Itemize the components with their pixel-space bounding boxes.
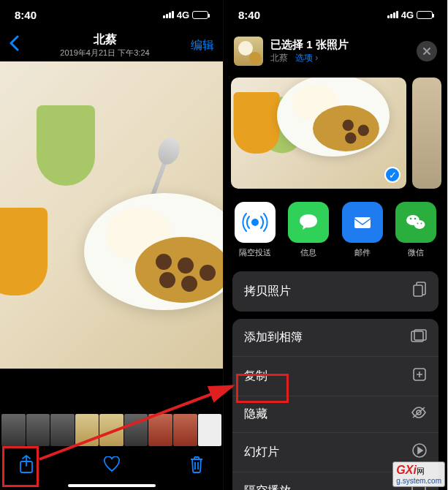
trash-icon[interactable] [189, 456, 204, 478]
svg-point-6 [414, 218, 417, 220]
heart-icon[interactable] [103, 456, 121, 477]
svg-point-1 [252, 219, 258, 225]
action-copy-photo[interactable]: 拷贝照片 [232, 271, 438, 312]
airdrop-icon [235, 202, 276, 243]
preview-thumb-selected[interactable]: ✓ [231, 78, 406, 189]
share-title: 已选择 1 张照片 [270, 38, 409, 52]
svg-point-8 [421, 223, 422, 225]
network-label: 4G [401, 10, 414, 20]
app-wechat[interactable]: 微信 [392, 202, 439, 258]
battery-icon [417, 11, 433, 19]
thumb-item[interactable] [50, 414, 75, 446]
nav-subtitle: 2019年4月21日 下午3:24 [19, 48, 191, 59]
nav-title-area: 北蔡 2019年4月21日 下午3:24 [19, 32, 191, 59]
app-label: 信息 [285, 247, 332, 258]
status-bar: 8:40 4G [224, 0, 447, 29]
signal-icon [387, 11, 398, 18]
app-mail[interactable]: 邮件 [339, 202, 386, 258]
thumb-item[interactable] [1, 414, 26, 446]
action-add-to-album[interactable]: 添加到相簿 [232, 319, 438, 357]
battery-icon [192, 11, 208, 19]
annotation-box-share [2, 446, 39, 487]
preview-thumb-next[interactable] [412, 78, 441, 189]
hide-icon [411, 407, 427, 422]
app-messages[interactable]: 信息 [285, 202, 332, 258]
thumb-item[interactable] [99, 414, 124, 446]
app-airdrop[interactable]: 隔空投送 [232, 202, 278, 258]
selected-check-icon: ✓ [384, 167, 400, 183]
play-icon [412, 443, 427, 461]
share-album-label: 北蔡 [270, 53, 288, 63]
back-button[interactable] [9, 35, 19, 56]
add-album-icon [411, 329, 427, 346]
status-time: 8:40 [15, 9, 37, 21]
wechat-icon [395, 202, 436, 243]
action-label: 拷贝照片 [244, 284, 291, 299]
status-time: 8:40 [238, 9, 260, 21]
messages-icon [288, 202, 329, 243]
thumb-item[interactable] [124, 414, 148, 446]
action-list-1: 拷贝照片 [232, 271, 438, 312]
action-label: 幻灯片 [244, 445, 279, 460]
status-right: 4G [387, 10, 433, 20]
share-options-button[interactable]: 选项 › [295, 53, 318, 63]
svg-rect-2 [354, 217, 371, 228]
thumb-item[interactable] [75, 414, 99, 446]
status-bar: 8:40 4G [0, 0, 223, 29]
main-photo[interactable] [0, 61, 223, 369]
action-label: 隔空播放 [244, 483, 291, 490]
mail-icon [342, 202, 383, 243]
signal-icon [163, 11, 174, 18]
share-sheet-screen: 8:40 4G 已选择 1 张照片 北蔡 选项 › [224, 0, 447, 490]
svg-point-7 [417, 223, 419, 225]
thumb-item[interactable] [198, 414, 222, 446]
app-label: 隔空投送 [232, 247, 278, 258]
preview-row[interactable]: ✓ [224, 73, 447, 193]
share-header: 已选择 1 张照片 北蔡 选项 › [224, 29, 447, 73]
share-apps-row: 隔空投送 信息 邮件 微信 [224, 193, 447, 264]
thumb-item[interactable] [26, 414, 50, 446]
action-label: 添加到相簿 [244, 330, 303, 345]
copy-icon [412, 282, 427, 301]
svg-rect-9 [414, 285, 422, 296]
svg-point-4 [414, 220, 425, 229]
photo-detail-screen: 8:40 4G 北蔡 2019年4月21日 下午3:24 编辑 [0, 0, 224, 490]
duplicate-icon [412, 367, 427, 385]
action-label: 隐藏 [244, 407, 267, 422]
nav-title: 北蔡 [19, 32, 191, 48]
thumb-item[interactable] [173, 414, 197, 446]
status-right: 4G [163, 10, 208, 20]
annotation-box-hide [236, 374, 289, 403]
thumb-item[interactable] [148, 414, 172, 446]
share-thumbnail [234, 37, 263, 66]
close-button[interactable] [417, 41, 437, 61]
app-label: 邮件 [339, 247, 386, 258]
network-label: 4G [177, 10, 189, 20]
thumbnail-strip[interactable] [0, 414, 223, 446]
edit-button[interactable]: 编辑 [191, 38, 214, 53]
svg-point-5 [410, 218, 412, 220]
home-indicator[interactable] [68, 484, 156, 487]
nav-bar: 北蔡 2019年4月21日 下午3:24 编辑 [0, 29, 223, 61]
watermark: GXi网 g.system.com [392, 461, 445, 487]
app-label: 微信 [392, 247, 439, 258]
